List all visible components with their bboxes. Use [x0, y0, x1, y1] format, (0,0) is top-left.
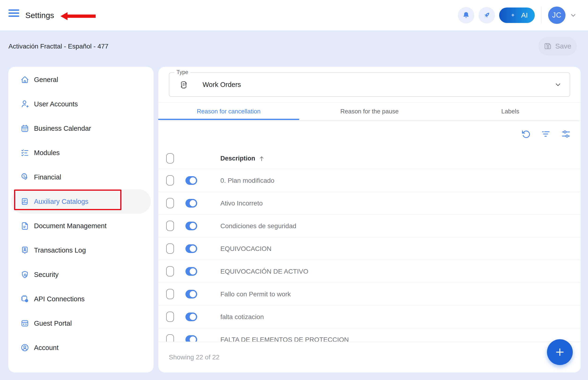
row-description: falta cotizacion — [220, 305, 264, 328]
sidebar-item-user-accounts[interactable]: User Accounts — [8, 92, 154, 116]
sidebar-item-label: Document Management — [34, 222, 107, 230]
sidebar-item-business-calendar[interactable]: Business Calendar — [8, 116, 154, 141]
floppy-disk-icon — [544, 42, 552, 50]
enabled-toggle[interactable] — [185, 199, 197, 208]
table-row: Ativo Incorreto — [158, 192, 581, 215]
menu-icon[interactable] — [8, 9, 20, 21]
chevron-down-icon[interactable] — [570, 12, 577, 19]
row-checkbox[interactable] — [166, 221, 174, 231]
sidebar-item-label: General — [34, 76, 58, 84]
enabled-toggle[interactable] — [185, 290, 197, 299]
ai-assistant-button[interactable]: AI — [499, 7, 535, 23]
sidebar-item-account[interactable]: Account — [8, 336, 154, 360]
column-header-description[interactable]: Description — [220, 148, 265, 169]
row-description: EQUIVOCACION — [220, 237, 271, 260]
sidebar-item-label: User Accounts — [34, 100, 78, 108]
row-checkbox[interactable] — [166, 175, 174, 186]
page-title: Settings — [25, 0, 54, 30]
sidebar-item-label: Business Calendar — [34, 125, 91, 132]
row-description: EQUIVOCACIÓN DE ACTIVO — [220, 260, 308, 283]
tab-reason-for-the-pause[interactable]: Reason for the pause — [299, 103, 440, 120]
user-plus-icon — [20, 100, 29, 109]
sidebar-item-api-connections[interactable]: API Connections — [8, 287, 154, 311]
badge-person-icon — [20, 246, 29, 255]
enabled-toggle[interactable] — [185, 222, 197, 230]
row-description: FALTA DE ELEMENTOS DE PROTECCION — [220, 328, 349, 342]
sidebar-item-label: Modules — [34, 149, 60, 157]
table-row: EQUIVOCACIÓN DE ACTIVO — [158, 260, 581, 283]
table-row: Fallo con Permit to work — [158, 283, 581, 305]
row-checkbox[interactable] — [166, 243, 174, 254]
sparkle-icon — [511, 14, 514, 17]
tab-reason-for-cancellation[interactable]: Reason for cancellation — [158, 103, 299, 120]
checklist-icon — [20, 148, 29, 157]
breadcrumb: Activación Fracttal - Español - 477 — [8, 30, 108, 62]
sidebar-item-label: Financial — [34, 173, 61, 181]
row-checkbox[interactable] — [166, 266, 174, 276]
sidebar-item-document-management[interactable]: Document Management — [8, 214, 154, 238]
table-row: 0. Plan modificado — [158, 169, 581, 192]
notifications-bell-icon[interactable] — [458, 7, 474, 23]
sidebar-item-security[interactable]: Security — [8, 262, 154, 287]
sort-ascending-icon — [258, 155, 265, 162]
row-description: Fallo con Permit to work — [220, 283, 291, 305]
sidebar-item-transactions-log[interactable]: Transactions Log — [8, 238, 154, 262]
row-checkbox[interactable] — [166, 198, 174, 208]
sidebar-item-label: Guest Portal — [34, 320, 72, 327]
table-footer: Showing 22 of 22 — [158, 342, 581, 373]
tune-sliders-icon[interactable] — [561, 129, 571, 139]
sidebar-item-auxiliary-catalogs[interactable]: Auxiliary Catalogs — [8, 189, 154, 214]
row-checkbox[interactable] — [166, 289, 174, 299]
filter-icon[interactable] — [541, 129, 551, 139]
sidebar-item-financial[interactable]: $ Financial — [8, 165, 154, 189]
table-row: FALTA DE ELEMENTOS DE PROTECCION — [158, 328, 581, 342]
enabled-toggle[interactable] — [185, 313, 197, 321]
sidebar-item-guest-portal[interactable]: Guest Portal — [8, 311, 154, 336]
select-all-checkbox[interactable] — [166, 153, 174, 164]
tab-labels[interactable]: Labels — [440, 103, 581, 120]
calendar-icon — [20, 124, 29, 133]
settings-sidebar: General User Accounts Business Calendar … — [8, 67, 154, 373]
auxiliary-catalogs-panel: Type Work Orders Reason for cancellation… — [158, 67, 581, 373]
sidebar-item-label: Account — [34, 344, 59, 352]
rocket-icon[interactable] — [479, 7, 495, 23]
type-select[interactable]: Type Work Orders — [169, 72, 570, 97]
sidebar-item-general[interactable]: General — [8, 67, 154, 92]
home-icon — [20, 75, 29, 84]
tab-bar: Reason for cancellation Reason for the p… — [158, 102, 581, 120]
row-checkbox[interactable] — [166, 312, 174, 322]
save-button[interactable]: Save — [538, 37, 577, 55]
row-description: Condiciones de seguridad — [220, 215, 296, 237]
table-row: EQUIVOCACION — [158, 237, 581, 260]
enabled-toggle[interactable] — [185, 267, 197, 276]
list-toolbar — [158, 120, 581, 148]
plus-icon — [554, 346, 566, 358]
type-select-label: Type — [174, 69, 190, 76]
row-checkbox[interactable] — [166, 334, 174, 342]
table-row: Condiciones de seguridad — [158, 215, 581, 237]
enabled-toggle[interactable] — [185, 335, 197, 342]
row-description: 0. Plan modificado — [220, 169, 274, 192]
coins-icon: $ — [20, 173, 29, 182]
chevron-down-icon — [554, 81, 562, 88]
table-body: 0. Plan modificado Ativo Incorreto Condi… — [158, 169, 581, 342]
sidebar-item-label: API Connections — [34, 295, 85, 303]
work-order-icon — [178, 80, 189, 90]
showing-count: Showing 22 of 22 — [169, 354, 220, 361]
sidebar-item-modules[interactable]: Modules — [8, 141, 154, 165]
enabled-toggle[interactable] — [185, 244, 197, 253]
sidebar-item-label: Auxiliary Catalogs — [34, 198, 88, 206]
add-button[interactable] — [547, 339, 573, 365]
divider — [541, 7, 542, 24]
svg-text:$: $ — [23, 174, 25, 178]
red-arrow-annotation — [61, 12, 96, 20]
catalog-book-icon — [20, 197, 29, 206]
enabled-toggle[interactable] — [185, 176, 197, 185]
sidebar-item-label: Security — [34, 271, 59, 279]
table-header: Description — [158, 148, 581, 169]
sub-header: Activación Fracttal - Español - 477 Save — [0, 30, 588, 62]
avatar[interactable]: JC — [548, 7, 566, 24]
refresh-icon[interactable] — [521, 129, 530, 139]
shield-icon — [20, 270, 29, 279]
row-description: Ativo Incorreto — [220, 192, 263, 215]
